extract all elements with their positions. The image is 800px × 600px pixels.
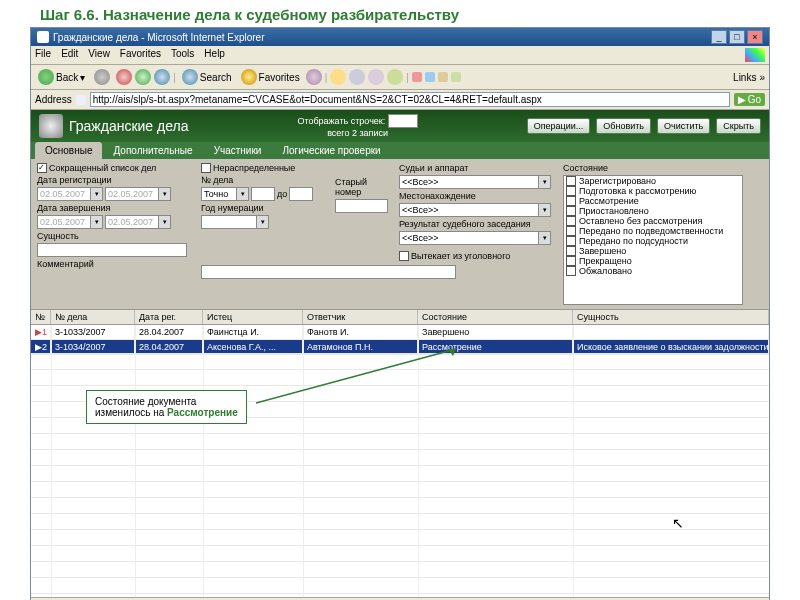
filter-tabs: Основные Дополнительные Участники Логиче…	[31, 142, 769, 159]
tab-checks[interactable]: Логические проверки	[272, 142, 390, 159]
clear-button[interactable]: Очистить	[657, 118, 710, 134]
state-option[interactable]: Оставлено без рассмотрения	[564, 216, 742, 226]
state-option[interactable]: Приостановлено	[564, 206, 742, 216]
state-option[interactable]: Завершено	[564, 246, 742, 256]
col-state[interactable]: Состояние	[418, 310, 573, 324]
ie-logo-icon	[745, 48, 765, 62]
search-icon	[182, 69, 198, 85]
star-icon	[241, 69, 257, 85]
go-button[interactable]: ▶ Go	[734, 93, 765, 106]
mouse-cursor-icon: ↖	[672, 515, 684, 531]
date-end-label: Дата завершения	[37, 203, 197, 213]
links-label[interactable]: Links	[733, 72, 756, 83]
tab-participants[interactable]: Участники	[204, 142, 272, 159]
num-year-select[interactable]	[201, 215, 257, 229]
state-option[interactable]: Передано по подсудности	[564, 236, 742, 246]
total-records: всего 2 записи	[327, 128, 388, 138]
date-end-from[interactable]: 02.05.2007	[37, 215, 91, 229]
menu-favorites[interactable]: Favorites	[120, 48, 161, 62]
page-title: Шаг 6.6. Назначение дела к судебному раз…	[0, 0, 800, 27]
window-title: Гражданские дела - Microsoft Internet Ex…	[53, 32, 265, 43]
state-option[interactable]: Прекращено	[564, 256, 742, 266]
nav-toolbar: Back ▾ | Search Favorites | | Links»	[31, 65, 769, 90]
history-icon[interactable]	[306, 69, 322, 85]
unassigned-label: Нераспределенные	[213, 163, 295, 173]
state-list[interactable]: ЗарегистрированоПодготовка к рассмотрени…	[563, 175, 743, 305]
rows-label: Отображать строчек:	[297, 116, 385, 126]
app-icon	[37, 31, 49, 43]
num-year-label: Год нумерации	[201, 203, 331, 213]
from-criminal-checkbox[interactable]	[399, 251, 409, 261]
close-button[interactable]: ×	[747, 30, 763, 44]
search-button[interactable]: Search	[179, 68, 235, 86]
result-label: Результат судебного заседания	[399, 219, 559, 229]
maximize-button[interactable]: □	[729, 30, 745, 44]
date-end-to[interactable]: 02.05.2007	[105, 215, 159, 229]
comment-label: Комментарий	[37, 259, 197, 269]
home-icon[interactable]	[154, 69, 170, 85]
state-option[interactable]: Передано по подведомственности	[564, 226, 742, 236]
toolbar-ext-2-icon[interactable]	[425, 72, 435, 82]
chat-icon[interactable]	[387, 69, 403, 85]
state-option[interactable]: Рассмотрение	[564, 196, 742, 206]
state-option[interactable]: Обжаловано	[564, 266, 742, 276]
page-icon	[76, 95, 86, 105]
forward-button[interactable]	[91, 68, 113, 86]
col-case-no[interactable]: № дела	[51, 310, 135, 324]
location-select[interactable]: <<Все>>	[399, 203, 539, 217]
toolbar-ext-3-icon[interactable]	[438, 72, 448, 82]
menu-file[interactable]: File	[35, 48, 51, 62]
short-list-checkbox[interactable]	[37, 163, 47, 173]
hide-button[interactable]: Скрыть	[716, 118, 761, 134]
table-row[interactable]: ▶1 3-1033/2007 28.04.2007 Фаинстца И. Фа…	[31, 325, 769, 340]
app-title: Гражданские дела	[69, 118, 189, 134]
stop-icon[interactable]	[116, 69, 132, 85]
judges-select[interactable]: <<Все>>	[399, 175, 539, 189]
tab-additional[interactable]: Дополнительные	[103, 142, 202, 159]
col-date[interactable]: Дата рег.	[135, 310, 203, 324]
callout-note: Состояние документа изменилось на Рассмо…	[86, 390, 247, 424]
mail-icon[interactable]	[330, 69, 346, 85]
refresh-icon[interactable]	[135, 69, 151, 85]
col-plaintiff[interactable]: Истец	[203, 310, 303, 324]
minimize-button[interactable]: _	[711, 30, 727, 44]
judges-label: Судьи и аппарат	[399, 163, 559, 173]
favorites-button[interactable]: Favorites	[238, 68, 303, 86]
refresh-button[interactable]: Обновить	[596, 118, 651, 134]
col-defendant[interactable]: Ответчик	[303, 310, 418, 324]
case-no-input[interactable]	[251, 187, 275, 201]
menu-tools[interactable]: Tools	[171, 48, 194, 62]
col-essence[interactable]: Сущность	[573, 310, 769, 324]
edit-icon[interactable]	[368, 69, 384, 85]
case-no-to-input[interactable]	[289, 187, 313, 201]
menu-view[interactable]: View	[88, 48, 110, 62]
date-reg-from[interactable]: 02.05.2007	[37, 187, 91, 201]
col-index[interactable]: №	[31, 310, 51, 324]
app-header: Гражданские дела Отображать строчек: 10 …	[31, 110, 769, 142]
short-list-label: Сокращенный список дел	[49, 163, 156, 173]
state-option[interactable]: Зарегистрировано	[564, 176, 742, 186]
toolbar-ext-1-icon[interactable]	[412, 72, 422, 82]
back-button[interactable]: Back ▾	[35, 68, 88, 86]
address-label: Address	[35, 94, 72, 105]
date-reg-to[interactable]: 02.05.2007	[105, 187, 159, 201]
unassigned-checkbox[interactable]	[201, 163, 211, 173]
rows-select[interactable]: 10	[388, 114, 418, 128]
forward-icon	[94, 69, 110, 85]
toolbar-ext-4-icon[interactable]	[451, 72, 461, 82]
app-main-icon	[39, 114, 63, 138]
state-option[interactable]: Подготовка к рассмотрению	[564, 186, 742, 196]
result-select[interactable]: <<Все>>	[399, 231, 539, 245]
print-icon[interactable]	[349, 69, 365, 85]
back-icon	[38, 69, 54, 85]
address-input[interactable]	[90, 92, 730, 107]
old-no-input[interactable]	[335, 199, 388, 213]
operations-button[interactable]: Операции...	[527, 118, 591, 134]
old-no-label: Старый номер	[335, 177, 395, 197]
tab-main[interactable]: Основные	[35, 142, 102, 159]
grid-header: № № дела Дата рег. Истец Ответчик Состоя…	[31, 309, 769, 325]
menu-edit[interactable]: Edit	[61, 48, 78, 62]
menu-help[interactable]: Help	[204, 48, 225, 62]
entity-input[interactable]	[37, 243, 187, 257]
exact-select[interactable]: Точно	[201, 187, 237, 201]
